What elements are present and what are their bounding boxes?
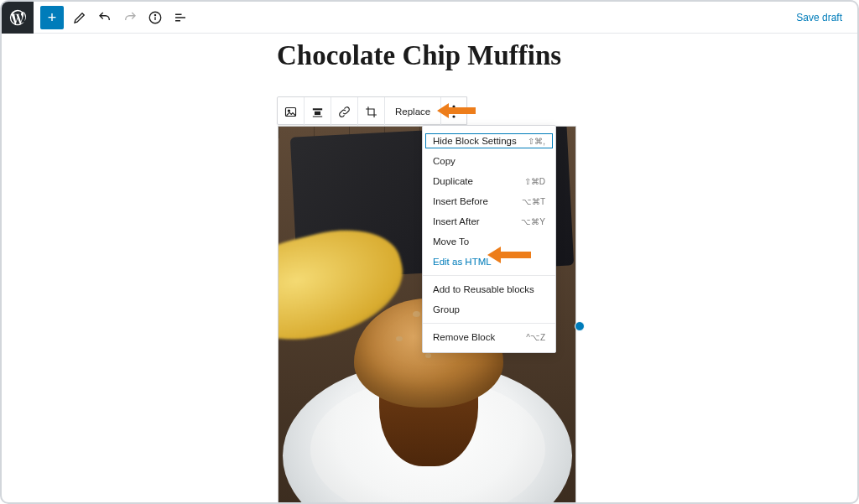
align-button[interactable] xyxy=(305,97,331,126)
wordpress-logo[interactable] xyxy=(2,2,34,34)
link-button[interactable] xyxy=(331,97,358,126)
menu-item-label: Add to Reusable blocks xyxy=(433,284,534,294)
menu-remove-block[interactable]: Remove Block ^⌥Z xyxy=(423,327,555,347)
save-draft-link[interactable]: Save draft xyxy=(796,12,842,23)
svg-point-2 xyxy=(154,14,155,15)
menu-separator xyxy=(423,275,555,276)
crop-button[interactable] xyxy=(358,97,385,126)
svg-marker-14 xyxy=(437,103,476,118)
editor-top-bar: + Save draft xyxy=(2,2,857,34)
menu-item-shortcut: ⇧⌘D xyxy=(524,177,545,186)
replace-button[interactable]: Replace xyxy=(385,97,441,126)
menu-item-label: Edit as HTML xyxy=(433,257,492,267)
menu-add-reusable[interactable]: Add to Reusable blocks xyxy=(423,279,555,299)
menu-item-label: Copy xyxy=(433,156,456,166)
menu-item-shortcut: ⌥⌘T xyxy=(522,197,545,206)
block-options-menu: Hide Block Settings ⇧⌘, Copy Duplicate ⇧… xyxy=(422,125,556,353)
svg-rect-8 xyxy=(313,108,322,110)
menu-copy[interactable]: Copy xyxy=(423,151,555,171)
annotation-arrow-more xyxy=(437,101,476,120)
outline-icon[interactable] xyxy=(169,6,192,29)
menu-item-label: Hide Block Settings xyxy=(433,136,517,146)
editor-canvas: Chocolate Chip Muffins Replace Hide Bloc… xyxy=(2,34,857,502)
menu-item-label: Move To xyxy=(433,236,469,247)
info-icon[interactable] xyxy=(143,6,167,29)
svg-rect-10 xyxy=(313,116,322,117)
resize-handle-right[interactable] xyxy=(575,321,585,331)
menu-item-shortcut: ^⌥Z xyxy=(526,333,545,342)
menu-group[interactable]: Group xyxy=(423,299,555,320)
svg-point-7 xyxy=(288,109,289,111)
menu-duplicate[interactable]: Duplicate ⇧⌘D xyxy=(423,171,555,191)
annotation-arrow-edit-html xyxy=(487,245,531,265)
menu-separator xyxy=(423,323,555,324)
menu-item-label: Group xyxy=(433,304,460,314)
svg-marker-15 xyxy=(487,247,531,263)
menu-item-label: Insert After xyxy=(433,216,480,226)
menu-item-shortcut: ⌥⌘Y xyxy=(521,217,545,226)
menu-item-shortcut: ⇧⌘, xyxy=(528,137,545,146)
redo-icon[interactable] xyxy=(118,6,142,29)
menu-item-label: Insert Before xyxy=(433,196,488,206)
menu-item-label: Remove Block xyxy=(433,332,495,342)
svg-rect-9 xyxy=(315,111,320,114)
edit-icon[interactable] xyxy=(68,6,91,29)
menu-item-label: Duplicate xyxy=(433,176,473,186)
post-title[interactable]: Chocolate Chip Muffins xyxy=(277,40,561,71)
menu-insert-before[interactable]: Insert Before ⌥⌘T xyxy=(423,191,555,211)
image-block-icon[interactable] xyxy=(278,97,305,126)
undo-icon[interactable] xyxy=(93,6,117,29)
menu-insert-after[interactable]: Insert After ⌥⌘Y xyxy=(423,211,555,231)
menu-hide-block-settings[interactable]: Hide Block Settings ⇧⌘, xyxy=(423,131,555,151)
add-block-button[interactable]: + xyxy=(40,6,64,29)
